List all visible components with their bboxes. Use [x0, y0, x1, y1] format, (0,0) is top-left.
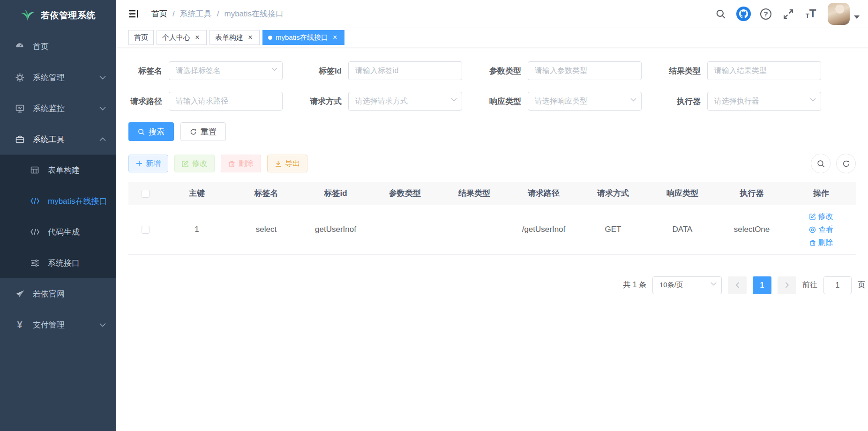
github-link-button[interactable]: [734, 4, 753, 24]
sidebar-item-code-gen[interactable]: 代码生成: [0, 216, 116, 247]
sidebar-item-system-manage[interactable]: 系统管理: [0, 62, 116, 93]
prev-page-button[interactable]: [728, 276, 747, 294]
result-type-input[interactable]: [707, 61, 821, 80]
chevron-down-icon: [99, 75, 106, 80]
gear-icon: [14, 73, 25, 82]
tab-home[interactable]: 首页: [128, 30, 154, 45]
help-button[interactable]: ?: [756, 4, 775, 24]
code-icon: [29, 229, 40, 235]
response-type-select[interactable]: [528, 92, 642, 111]
breadcrumb-item-home[interactable]: 首页: [151, 8, 167, 19]
edit-link[interactable]: 修改: [809, 212, 833, 222]
filter-label: 结果类型: [667, 66, 707, 76]
tab-form-builder[interactable]: 表单构建 ×: [210, 30, 260, 45]
filter-result-type: 结果类型: [667, 61, 821, 80]
reset-button[interactable]: 重置: [180, 122, 226, 141]
github-icon: [736, 7, 751, 21]
sidebar-item-system-api[interactable]: 系统接口: [0, 247, 116, 278]
tab-profile[interactable]: 个人中心 ×: [157, 30, 207, 45]
view-link[interactable]: 查看: [809, 225, 833, 235]
main-area: 首页 / 系统工具 / mybatis在线接口 ?: [116, 0, 868, 431]
tag-name-select[interactable]: [169, 61, 283, 80]
close-icon[interactable]: ×: [194, 34, 201, 41]
tab-label: 表单构建: [215, 33, 243, 42]
avatar: [828, 3, 850, 25]
close-icon[interactable]: ×: [247, 34, 254, 41]
header-search-button[interactable]: [711, 4, 730, 24]
eye-icon: [809, 226, 816, 233]
sidebar-item-label: 表单构建: [48, 165, 80, 176]
sidebar-fold-button[interactable]: [123, 5, 145, 23]
trash-icon: [809, 239, 816, 246]
page-number-button[interactable]: 1: [753, 276, 771, 294]
sidebar-item-label: 系统管理: [33, 72, 65, 83]
search-button[interactable]: 搜索: [128, 122, 174, 141]
add-button[interactable]: 新增: [128, 155, 168, 172]
sidebar-item-official-site[interactable]: 若依官网: [0, 278, 116, 309]
cell-param-type: [370, 205, 440, 254]
chevron-down-icon: [99, 323, 106, 327]
select-all-checkbox[interactable]: [142, 190, 150, 198]
filter-row-1: 标签名 标签id 参数类型 结果类型: [128, 61, 856, 80]
cell-primary-key: 1: [162, 205, 232, 254]
app-root: 若依管理系统 首页 系统管理: [0, 0, 868, 431]
active-tab-dot: [268, 36, 272, 40]
fullscreen-button[interactable]: [779, 4, 798, 24]
filter-response-type: 响应类型: [487, 92, 642, 111]
tag-id-input[interactable]: [348, 61, 462, 80]
edit-button[interactable]: 修改: [174, 155, 215, 172]
chevron-down-icon: [854, 15, 860, 19]
delete-button[interactable]: 删除: [221, 155, 261, 172]
app-logo[interactable]: 若依管理系统: [0, 0, 116, 31]
select-all-header: [128, 182, 162, 205]
tab-label: 个人中心: [162, 33, 190, 42]
sidebar-item-system-monitor[interactable]: 系统监控: [0, 93, 116, 124]
filter-request-method: 请求方式: [308, 92, 462, 111]
logo-leaf-icon: [21, 9, 35, 22]
filter-label: 请求方式: [308, 96, 348, 107]
delete-link[interactable]: 删除: [809, 238, 833, 248]
table-right-tools: [811, 154, 856, 173]
filter-request-path: 请求路径: [128, 92, 283, 111]
filter-label: 执行器: [667, 96, 707, 107]
header-param-type: 参数类型: [370, 182, 440, 205]
next-page-button[interactable]: [778, 276, 796, 294]
toggle-search-button[interactable]: [811, 154, 831, 173]
sidebar-item-system-tools[interactable]: 系统工具: [0, 124, 116, 155]
cell-operations: 修改 查看 删除: [786, 205, 856, 254]
breadcrumb-item-system-tools: 系统工具: [180, 8, 212, 19]
toolbox-icon: [14, 135, 25, 144]
cell-request-path: /getUserInof: [509, 205, 578, 254]
header-operations: 操作: [786, 182, 856, 205]
executor-select[interactable]: [707, 92, 821, 111]
search-icon: [716, 9, 726, 19]
user-menu[interactable]: [828, 3, 860, 25]
row-checkbox[interactable]: [142, 226, 150, 234]
question-icon: ?: [760, 8, 771, 20]
sidebar-item-form-builder[interactable]: 表单构建: [0, 155, 116, 186]
request-path-input[interactable]: [169, 92, 283, 111]
trash-icon: [228, 160, 235, 167]
goto-page-input[interactable]: [823, 276, 852, 294]
sidebar-item-label: 若依官网: [33, 289, 65, 299]
hamburger-icon: [128, 9, 139, 18]
close-icon[interactable]: ×: [331, 34, 339, 41]
sidebar-item-payment[interactable]: ¥ 支付管理: [0, 309, 116, 340]
data-table: 主键 标签名 标签id 参数类型 结果类型 请求路径 请求方式 响应类型 执行器…: [128, 182, 856, 255]
tab-mybatis-api[interactable]: mybatis在线接口 ×: [262, 30, 344, 45]
sidebar-item-mybatis-api[interactable]: mybatis在线接口: [0, 186, 116, 216]
filter-param-type: 参数类型: [487, 61, 642, 80]
request-method-select[interactable]: [348, 92, 462, 111]
top-navbar: 首页 / 系统工具 / mybatis在线接口 ?: [116, 0, 868, 28]
refresh-table-button[interactable]: [836, 154, 856, 173]
plus-icon: [136, 160, 142, 167]
sidebar-item-home[interactable]: 首页: [0, 31, 116, 62]
table-row: 1 select getUserInof /getUserInof GET DA…: [128, 205, 856, 254]
param-type-input[interactable]: [528, 61, 642, 80]
filter-label: 响应类型: [487, 96, 528, 107]
code-icon: [29, 198, 40, 204]
sidebar-item-label: mybatis在线接口: [48, 196, 107, 207]
chevron-right-icon: [785, 282, 789, 288]
export-button[interactable]: 导出: [267, 155, 307, 172]
font-size-button[interactable]: TT: [801, 4, 820, 24]
